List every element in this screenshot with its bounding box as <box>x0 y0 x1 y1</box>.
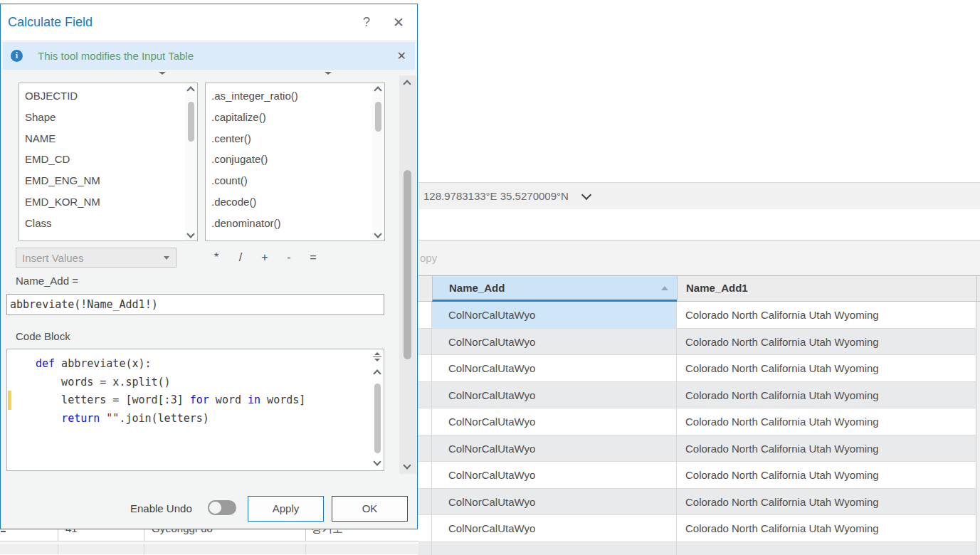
help-icon[interactable]: ? <box>363 15 370 30</box>
list-item[interactable]: SIG_CD <box>19 234 184 241</box>
code-block-editor[interactable]: def abbreviate(x): words = x.split() let… <box>6 349 384 471</box>
cell-name-add1[interactable]: Colorado North California Utah Wyoming <box>677 489 976 516</box>
calculate-field-dialog: Calculate Field ? ✕ i This tool modifies… <box>0 4 418 529</box>
row-stub[interactable] <box>418 462 432 489</box>
apply-button[interactable]: Apply <box>248 496 324 522</box>
list-item[interactable]: .conjugate() <box>206 149 372 170</box>
insert-values-dropdown[interactable]: Insert Values <box>16 248 176 268</box>
table-row[interactable] <box>0 541 418 554</box>
list-item[interactable]: .as_integer_ratio() <box>206 85 372 107</box>
row-stub[interactable] <box>418 515 432 542</box>
list-item[interactable]: .capitalize() <box>206 107 372 128</box>
column-header-name-add1[interactable]: Name_Add1 <box>677 276 976 302</box>
cell-name-add[interactable]: ColNorCalUtaWyo <box>432 329 677 356</box>
cell-name-add[interactable]: ColNorCalUtaWyo <box>432 462 677 489</box>
table-cell[interactable] <box>306 544 418 554</box>
cell-name-add[interactable]: ColNorCalUtaWyo <box>432 302 677 329</box>
list-item[interactable]: .denominator() <box>206 213 372 234</box>
cell-name-add[interactable]: ColNorCalUtaWyo <box>432 515 677 542</box>
scrollbar-thumb[interactable] <box>188 102 194 142</box>
row-stub[interactable] <box>418 489 432 516</box>
copy-button-partial[interactable]: opy <box>418 252 437 264</box>
row-stub[interactable] <box>418 329 432 356</box>
cell-name-add1[interactable]: Colorado North California Utah Wyoming <box>677 515 976 542</box>
table-cell[interactable] <box>144 544 306 554</box>
list-item[interactable]: .center() <box>206 128 372 149</box>
cell-name-add[interactable]: ColNorCalUtaWyo <box>432 489 677 516</box>
row-stub[interactable] <box>418 355 432 382</box>
scroll-down-icon[interactable] <box>403 461 411 469</box>
cell-name-add1[interactable]: Colorado North California Utah Wyoming <box>677 302 976 329</box>
table-row[interactable]: ColNorCalUtaWyoColorado North California… <box>418 382 980 409</box>
list-item[interactable]: OBJECTID <box>19 85 184 107</box>
scroll-up-icon[interactable] <box>186 86 194 94</box>
code-line: letters = [word[:3] for word in words] <box>36 391 369 410</box>
cell-name-add1[interactable]: Colorado North California Utah Wyoming <box>677 435 976 462</box>
table-cell[interactable] <box>58 544 144 554</box>
dialog-scrollbar[interactable] <box>399 75 416 474</box>
operator-button[interactable]: - <box>285 251 293 264</box>
list-item[interactable]: .encode() <box>206 234 372 241</box>
expression-input[interactable] <box>6 294 384 315</box>
table-row[interactable]: ColNorCalUtaWyoColorado North California… <box>418 302 980 329</box>
row-stub[interactable] <box>418 408 432 435</box>
table-row[interactable]: ColNorCalUtaWyoColorado North California… <box>418 489 980 516</box>
operator-button[interactable]: * <box>213 251 220 264</box>
helpers-list: .as_integer_ratio().capitalize().center(… <box>205 83 385 241</box>
list-item[interactable]: EMD_KOR_NM <box>19 191 184 213</box>
table-row[interactable]: ColNorCalUtaWyoColorado North California… <box>418 435 980 462</box>
scrollbar-thumb[interactable] <box>404 170 411 359</box>
helpers-list-scrollbar[interactable] <box>372 83 384 240</box>
scroll-down-icon[interactable] <box>374 230 381 238</box>
cell-name-add1[interactable] <box>677 542 976 555</box>
row-stub[interactable] <box>418 542 432 555</box>
operator-button[interactable]: + <box>261 251 268 264</box>
table-row[interactable]: ColNorCalUtaWyoColorado North California… <box>418 329 980 356</box>
cell-name-add[interactable]: ColNorCalUtaWyo <box>432 382 677 409</box>
cell-name-add1[interactable]: Colorado North California Utah Wyoming <box>677 329 976 356</box>
row-stub[interactable] <box>418 435 432 462</box>
row-stub[interactable] <box>418 382 432 409</box>
chevron-down-icon[interactable] <box>581 189 591 199</box>
fields-list-scrollbar[interactable] <box>185 83 197 240</box>
scrollbar-thumb[interactable] <box>375 102 381 132</box>
list-item[interactable]: .count() <box>206 170 372 191</box>
operator-button[interactable]: = <box>310 251 317 264</box>
cell-name-add[interactable]: ColNorCalUtaWyo <box>432 408 677 435</box>
table-cell[interactable] <box>0 544 58 554</box>
scroll-up-icon[interactable] <box>374 86 381 94</box>
list-item[interactable]: EMD_CD <box>19 149 184 170</box>
row-filler <box>976 542 980 555</box>
cell-name-add1[interactable]: Colorado North California Utah Wyoming <box>677 382 976 409</box>
list-item[interactable]: Shape <box>19 107 184 128</box>
cell-name-add[interactable]: ColNorCalUtaWyo <box>432 355 677 382</box>
splitter-handle-icon[interactable] <box>373 352 381 364</box>
operator-button[interactable]: / <box>237 251 244 264</box>
scrollbar-thumb[interactable] <box>374 384 381 453</box>
enable-undo-toggle[interactable] <box>208 500 236 515</box>
scroll-down-icon[interactable] <box>373 458 381 465</box>
list-item[interactable]: .decode() <box>206 191 372 213</box>
scroll-up-icon[interactable] <box>403 80 411 88</box>
table-row[interactable]: ColNorCalUtaWyoColorado North California… <box>418 355 980 382</box>
list-item[interactable]: EMD_ENG_NM <box>19 170 184 191</box>
banner-close-icon[interactable]: ✕ <box>397 49 406 63</box>
table-row[interactable]: ColNorCalUtaWyoColorado North California… <box>418 462 980 489</box>
scroll-up-icon[interactable] <box>373 369 381 377</box>
list-item[interactable]: Class <box>19 213 184 234</box>
code-scrollbar[interactable] <box>372 349 384 470</box>
list-item[interactable]: NAME <box>19 128 184 149</box>
cell-name-add1[interactable]: Colorado North California Utah Wyoming <box>677 462 976 489</box>
table-row[interactable]: ColNorCalUtaWyoColorado North California… <box>418 408 980 435</box>
scroll-down-icon[interactable] <box>186 230 194 238</box>
cell-name-add1[interactable]: Colorado North California Utah Wyoming <box>677 355 976 382</box>
cell-name-add[interactable] <box>432 542 677 555</box>
table-row[interactable] <box>418 542 980 555</box>
table-row[interactable]: ColNorCalUtaWyoColorado North California… <box>418 515 980 542</box>
row-stub[interactable] <box>418 302 432 329</box>
close-icon[interactable]: ✕ <box>393 14 404 31</box>
cell-name-add[interactable]: ColNorCalUtaWyo <box>432 435 677 462</box>
ok-button[interactable]: OK <box>332 496 408 522</box>
column-header-name-add[interactable]: Name_Add <box>432 276 677 302</box>
cell-name-add1[interactable]: Colorado North California Utah Wyoming <box>677 408 976 435</box>
